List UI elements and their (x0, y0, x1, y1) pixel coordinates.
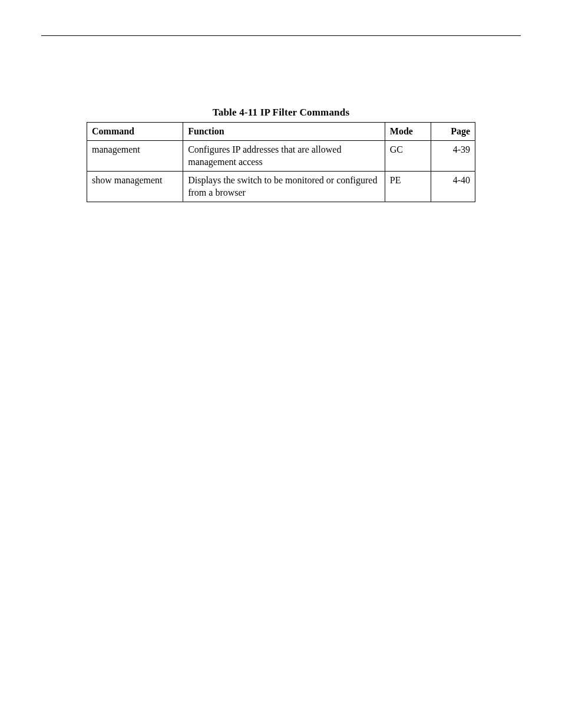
table-caption: Table 4-11 IP Filter Commands (41, 107, 521, 118)
header-command: Command (87, 123, 183, 141)
header-page: Page (431, 123, 475, 141)
table-header-row: Command Function Mode Page (87, 123, 475, 141)
cell-page: 4-39 (431, 140, 475, 171)
cell-command: management (87, 140, 183, 171)
header-mode: Mode (385, 123, 431, 141)
header-function: Function (183, 123, 385, 141)
cell-page: 4-40 (431, 171, 475, 202)
cell-mode: PE (385, 171, 431, 202)
document-page: Table 4-11 IP Filter Commands Command Fu… (0, 0, 562, 202)
table-row: management Configures IP addresses that … (87, 140, 475, 171)
ip-filter-commands-table: Command Function Mode Page management Co… (87, 122, 475, 202)
cell-mode: GC (385, 140, 431, 171)
cell-function: Configures IP addresses that are allowed… (183, 140, 385, 171)
cell-command: show management (87, 171, 183, 202)
cell-function: Displays the switch to be monitored or c… (183, 171, 385, 202)
table-row: show management Displays the switch to b… (87, 171, 475, 202)
header-rule (41, 35, 521, 36)
